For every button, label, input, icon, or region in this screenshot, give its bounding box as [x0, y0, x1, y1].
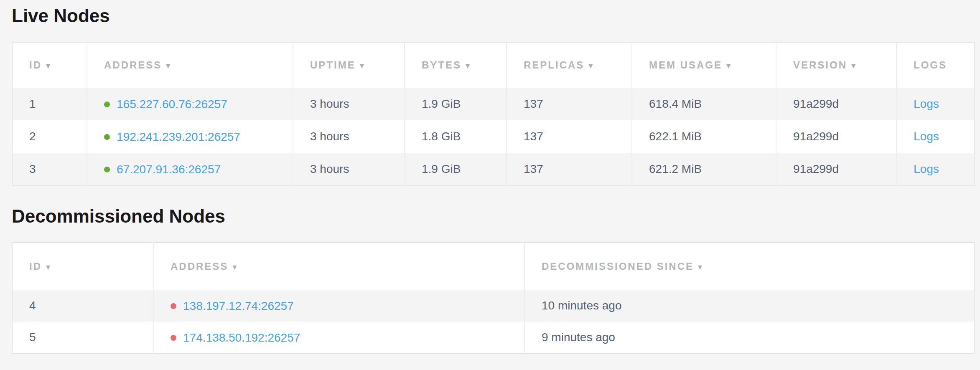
decommissioned-status-dot-icon [171, 335, 176, 341]
decommissioned-status-dot-icon [171, 303, 176, 309]
node-address-cell: 165.227.60.76:26257 [87, 88, 293, 120]
live-status-dot-icon [104, 167, 110, 172]
column-header-bytes-label: BYTES [422, 59, 461, 71]
column-header-version[interactable]: VERSION▾ [776, 42, 896, 88]
sort-arrow-icon: ▾ [360, 61, 364, 70]
live-nodes-header-row: ID▾ ADDRESS▾ UPTIME▾ BYTES▾ REPLICAS▾ ME… [12, 42, 974, 88]
column-header-id-label: ID [29, 59, 42, 71]
column-header-id[interactable]: ID▾ [12, 243, 153, 290]
node-address-link[interactable]: 138.197.12.74:26257 [183, 299, 294, 313]
column-header-mem-usage[interactable]: MEM USAGE▾ [632, 42, 776, 88]
column-header-decommissioned-since[interactable]: DECOMMISSIONED SINCE▾ [524, 243, 974, 290]
node-mem-usage-cell: 621.2 MiB [632, 153, 776, 186]
node-uptime-cell: 3 hours [293, 153, 405, 186]
column-header-address-label: ADDRESS [104, 59, 162, 71]
node-logs-link[interactable]: Logs [914, 97, 939, 110]
column-header-address[interactable]: ADDRESS▾ [87, 42, 293, 88]
node-logs-link[interactable]: Logs [914, 162, 939, 175]
node-id-cell: 2 [12, 120, 87, 153]
node-address-link[interactable]: 192.241.239.201:26257 [117, 130, 240, 144]
live-nodes-table: ID▾ ADDRESS▾ UPTIME▾ BYTES▾ REPLICAS▾ ME… [12, 42, 975, 186]
sort-arrow-icon: ▾ [466, 61, 470, 70]
node-logs-cell: Logs [896, 153, 974, 186]
live-status-dot-icon [104, 134, 110, 140]
sort-arrow-icon: ▾ [698, 262, 702, 271]
node-replicas-cell: 137 [507, 120, 632, 153]
node-mem-usage-cell: 618.4 MiB [632, 88, 776, 120]
column-header-version-label: VERSION [793, 59, 847, 71]
live-nodes-title: Live Nodes [12, 4, 974, 28]
node-address-cell: 174.138.50.192:26257 [153, 322, 524, 354]
node-version-cell: 91a299d [776, 88, 896, 120]
column-header-mem-usage-label: MEM USAGE [649, 59, 722, 71]
column-header-uptime[interactable]: UPTIME▾ [293, 42, 405, 88]
decommissioned-nodes-header-row: ID▾ ADDRESS▾ DECOMMISSIONED SINCE▾ [12, 243, 974, 290]
column-header-replicas[interactable]: REPLICAS▾ [507, 42, 632, 88]
node-address-link[interactable]: 165.227.60.76:26257 [117, 98, 227, 111]
column-header-id-label: ID [29, 261, 42, 272]
sort-arrow-icon: ▾ [726, 61, 731, 70]
decommissioned-nodes-title: Decommissioned Nodes [12, 205, 974, 228]
column-header-logs-label: LOGS [914, 59, 947, 71]
node-decommissioned-since-cell: 9 minutes ago [524, 322, 974, 354]
table-row: 1 165.227.60.76:26257 3 hours 1.9 GiB 13… [12, 88, 974, 120]
node-address-link[interactable]: 67.207.91.36:26257 [117, 163, 221, 176]
nodes-overview-page: Live Nodes ID▾ ADDRESS▾ UPTIME▾ BYTES▾ R… [0, 0, 980, 354]
node-logs-link[interactable]: Logs [914, 130, 939, 143]
sort-arrow-icon: ▾ [46, 262, 50, 271]
table-row: 5 174.138.50.192:26257 9 minutes ago [12, 322, 974, 354]
table-row: 2 192.241.239.201:26257 3 hours 1.8 GiB … [12, 120, 974, 153]
sort-arrow-icon: ▾ [46, 61, 50, 70]
node-address-cell: 192.241.239.201:26257 [87, 120, 293, 153]
node-id-cell: 4 [12, 290, 153, 322]
node-id-cell: 1 [12, 88, 87, 120]
node-version-cell: 91a299d [776, 120, 896, 153]
node-address-cell: 67.207.91.36:26257 [87, 153, 293, 186]
sort-arrow-icon: ▾ [588, 61, 593, 70]
node-replicas-cell: 137 [507, 153, 632, 186]
table-row: 3 67.207.91.36:26257 3 hours 1.9 GiB 137… [12, 153, 974, 186]
node-id-cell: 3 [12, 153, 87, 186]
column-header-bytes[interactable]: BYTES▾ [405, 42, 507, 88]
sort-arrow-icon: ▾ [851, 61, 855, 70]
node-address-cell: 138.197.12.74:26257 [153, 290, 524, 322]
node-bytes-cell: 1.9 GiB [405, 153, 507, 186]
node-bytes-cell: 1.8 GiB [405, 120, 507, 153]
node-logs-cell: Logs [896, 120, 974, 153]
node-mem-usage-cell: 622.1 MiB [632, 120, 776, 153]
column-header-address-label: ADDRESS [171, 261, 228, 272]
node-address-link[interactable]: 174.138.50.192:26257 [183, 331, 300, 345]
node-replicas-cell: 137 [507, 88, 632, 120]
column-header-replicas-label: REPLICAS [524, 59, 584, 71]
sort-arrow-icon: ▾ [232, 262, 237, 271]
node-id-cell: 5 [12, 322, 153, 354]
column-header-logs: LOGS [896, 42, 974, 88]
node-bytes-cell: 1.9 GiB [405, 88, 507, 120]
node-uptime-cell: 3 hours [293, 120, 405, 153]
node-version-cell: 91a299d [776, 153, 896, 186]
node-decommissioned-since-cell: 10 minutes ago [524, 290, 974, 322]
live-status-dot-icon [104, 101, 110, 107]
column-header-id[interactable]: ID▾ [12, 42, 87, 88]
column-header-uptime-label: UPTIME [310, 59, 356, 71]
table-row: 4 138.197.12.74:26257 10 minutes ago [12, 290, 974, 322]
column-header-address[interactable]: ADDRESS▾ [153, 243, 524, 290]
node-uptime-cell: 3 hours [293, 88, 405, 120]
sort-arrow-icon: ▾ [166, 61, 170, 70]
decommissioned-nodes-table: ID▾ ADDRESS▾ DECOMMISSIONED SINCE▾ 4 138… [12, 242, 975, 354]
node-logs-cell: Logs [896, 88, 974, 120]
column-header-decommissioned-since-label: DECOMMISSIONED SINCE [542, 261, 694, 272]
